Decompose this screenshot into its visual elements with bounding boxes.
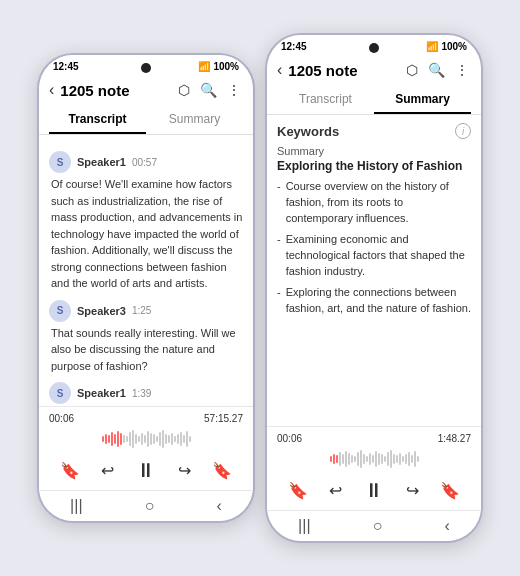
rewind-icon-left[interactable]: ↩ bbox=[101, 461, 114, 480]
more-icon-left[interactable]: ⋮ bbox=[225, 80, 243, 100]
search-icon-left[interactable]: 🔍 bbox=[198, 80, 219, 100]
nav-menu-left[interactable]: ||| bbox=[70, 497, 82, 515]
current-time-left: 00:06 bbox=[49, 413, 74, 424]
left-phone: 12:45 📶 100% ‹ 1205 note ⬡ 🔍 ⋮ Transcrip… bbox=[37, 53, 255, 523]
keywords-label: Keywords bbox=[277, 124, 339, 139]
speaker-name-3: Speaker1 bbox=[77, 387, 126, 399]
speaker-row-2: S Speaker3 1:25 bbox=[49, 300, 243, 322]
avatar-speaker1-1: S bbox=[49, 151, 71, 173]
info-icon[interactable]: i bbox=[455, 123, 471, 139]
total-time-right: 1:48.27 bbox=[438, 433, 471, 444]
tab-summary-left[interactable]: Summary bbox=[146, 106, 243, 134]
nav-bar-left: ||| ○ ‹ bbox=[39, 490, 253, 521]
bullet-item-2: - Examining economic and technological f… bbox=[277, 232, 471, 280]
back-button-right[interactable]: ‹ bbox=[277, 61, 282, 79]
bullet-text-3: Exploring the connections between fashio… bbox=[286, 285, 471, 317]
player-left: 00:06 57:15.27 bbox=[39, 406, 253, 490]
battery-right: 100% bbox=[441, 41, 467, 52]
waveform-left bbox=[49, 427, 243, 451]
header-left: ‹ 1205 note ⬡ 🔍 ⋮ bbox=[39, 74, 253, 106]
forward-icon-right[interactable]: ↪ bbox=[406, 481, 419, 500]
forward-icon-left[interactable]: ↪ bbox=[178, 461, 191, 480]
bullet-dash-3: - bbox=[277, 286, 281, 298]
header-right: ‹ 1205 note ⬡ 🔍 ⋮ bbox=[267, 54, 481, 86]
keywords-row: Keywords i bbox=[277, 123, 471, 139]
tab-transcript-left[interactable]: Transcript bbox=[49, 106, 146, 134]
signal-icon-right: 📶 bbox=[426, 41, 438, 52]
tab-summary-right[interactable]: Summary bbox=[374, 86, 471, 114]
tab-transcript-right[interactable]: Transcript bbox=[277, 86, 374, 114]
transcript-content-left: S Speaker1 00:57 Of course! We'll examin… bbox=[39, 135, 253, 406]
waveform-right bbox=[277, 447, 471, 471]
search-icon-right[interactable]: 🔍 bbox=[426, 60, 447, 80]
share-icon-right[interactable]: ⬡ bbox=[404, 60, 420, 80]
speaker-time-2: 1:25 bbox=[132, 305, 151, 316]
summary-content-right: Keywords i Summary Exploring the History… bbox=[267, 115, 481, 426]
total-time-left: 57:15.27 bbox=[204, 413, 243, 424]
bullet-dash-2: - bbox=[277, 233, 281, 245]
tabs-left: Transcript Summary bbox=[39, 106, 253, 135]
bookmark2-icon-left[interactable]: 🔖 bbox=[212, 461, 232, 480]
current-time-right: 00:06 bbox=[277, 433, 302, 444]
transcript-text-2: That sounds really interesting. Will we … bbox=[49, 325, 243, 375]
nav-back-left[interactable]: ‹ bbox=[217, 497, 222, 515]
bullet-item-1: - Course overview on the history of fash… bbox=[277, 179, 471, 227]
summary-heading: Exploring the History of Fashion bbox=[277, 159, 471, 173]
title-left: 1205 note bbox=[60, 82, 170, 99]
bullet-text-2: Examining economic and technological fac… bbox=[286, 232, 471, 280]
bullet-dash-1: - bbox=[277, 180, 281, 192]
more-icon-right[interactable]: ⋮ bbox=[453, 60, 471, 80]
bookmark2-icon-right[interactable]: 🔖 bbox=[440, 481, 460, 500]
back-button-left[interactable]: ‹ bbox=[49, 81, 54, 99]
notch-right bbox=[369, 43, 379, 53]
speaker-row-3: S Speaker1 1:39 bbox=[49, 382, 243, 404]
tabs-right: Transcript Summary bbox=[267, 86, 481, 115]
right-phone: 12:45 📶 100% ‹ 1205 note ⬡ 🔍 ⋮ Transcrip… bbox=[265, 33, 483, 543]
title-right: 1205 note bbox=[288, 62, 398, 79]
speaker-time-3: 1:39 bbox=[132, 388, 151, 399]
player-right: 00:06 1:48.27 bbox=[267, 426, 481, 510]
nav-back-right[interactable]: ‹ bbox=[445, 517, 450, 535]
transcript-text-1: Of course! We'll examine how factors suc… bbox=[49, 176, 243, 292]
nav-menu-right[interactable]: ||| bbox=[298, 517, 310, 535]
avatar-speaker3: S bbox=[49, 300, 71, 322]
pause-button-left[interactable]: ⏸ bbox=[136, 459, 156, 482]
battery-left: 100% bbox=[213, 61, 239, 72]
bookmark-icon-right[interactable]: 🔖 bbox=[288, 481, 308, 500]
status-time-right: 12:45 bbox=[281, 41, 307, 52]
avatar-speaker1-2: S bbox=[49, 382, 71, 404]
signal-icon-left: 📶 bbox=[198, 61, 210, 72]
player-controls-left: 🔖 ↩ ⏸ ↪ 🔖 bbox=[49, 455, 243, 486]
pause-button-right[interactable]: ⏸ bbox=[364, 479, 384, 502]
summary-section-title: Summary bbox=[277, 145, 471, 157]
nav-home-right[interactable]: ○ bbox=[373, 517, 383, 535]
bullet-text-1: Course overview on the history of fashio… bbox=[286, 179, 471, 227]
nav-bar-right: ||| ○ ‹ bbox=[267, 510, 481, 541]
notch-left bbox=[141, 63, 151, 73]
share-icon-left[interactable]: ⬡ bbox=[176, 80, 192, 100]
speaker-row-1: S Speaker1 00:57 bbox=[49, 151, 243, 173]
speaker-name-1: Speaker1 bbox=[77, 156, 126, 168]
speaker-name-2: Speaker3 bbox=[77, 305, 126, 317]
nav-home-left[interactable]: ○ bbox=[145, 497, 155, 515]
bookmark-icon-left[interactable]: 🔖 bbox=[60, 461, 80, 480]
status-time-left: 12:45 bbox=[53, 61, 79, 72]
rewind-icon-right[interactable]: ↩ bbox=[329, 481, 342, 500]
player-controls-right: 🔖 ↩ ⏸ ↪ 🔖 bbox=[277, 475, 471, 506]
speaker-time-1: 00:57 bbox=[132, 157, 157, 168]
bullet-item-3: - Exploring the connections between fash… bbox=[277, 285, 471, 317]
